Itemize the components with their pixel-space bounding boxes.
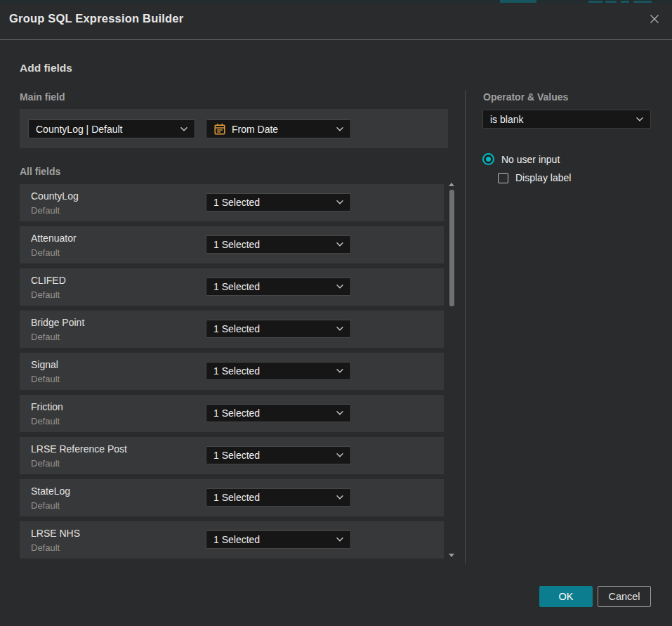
all-fields-label: All fields [20,166,60,177]
background-fragment [588,1,602,3]
field-name: Bridge Point [31,317,84,328]
scrollbar-thumb[interactable] [449,190,454,306]
field-row: Bridge Point Default 1 Selected [20,311,444,348]
layer-select-dropdown[interactable]: CountyLog | Default [28,119,195,138]
background-fragment [633,1,652,3]
field-name: Attenuator [31,233,77,244]
add-fields-heading: Add fields [20,62,72,74]
field-subtitle: Default [31,374,60,384]
field-name: StateLog [31,485,70,497]
field-selection-dropdown[interactable]: 1 Selected [206,362,351,380]
cancel-button[interactable]: Cancel [598,586,651,607]
chevron-down-icon [336,411,343,415]
field-row: LRSE Reference Post Default 1 Selected [20,437,444,474]
chevron-down-icon [336,242,343,247]
chevron-down-icon [336,495,343,500]
chevron-down-icon [336,127,343,131]
chevron-down-icon [180,127,187,131]
radio-selected-icon [482,153,494,165]
field-subtitle: Default [31,289,60,300]
field-subtitle: Default [31,416,60,426]
chevron-down-icon [336,537,343,542]
scrollbar-up-arrow[interactable] [449,183,454,186]
chevron-down-icon [336,369,343,373]
field-select-dropdown[interactable]: From Date [206,119,351,138]
chevron-down-icon [336,285,343,289]
selection-value: 1 Selected [213,534,260,545]
field-name: Friction [31,401,63,412]
chevron-down-icon [636,117,643,122]
field-row: Signal Default 1 Selected [20,353,444,390]
group-sql-expression-builder-dialog: Group SQL Expression Builder Add fields … [0,0,672,626]
field-name: CLIFED [31,275,66,286]
field-name: CountyLog [31,190,79,202]
field-row: Friction Default 1 Selected [20,395,444,432]
field-name: LRSE NHS [31,528,80,539]
chevron-down-icon [336,453,343,457]
field-selection-dropdown[interactable]: 1 Selected [206,320,351,338]
chevron-down-icon [336,327,343,331]
field-row: Attenuator Default 1 Selected [20,226,444,263]
operator-select-value: is blank [490,114,523,125]
field-selection-dropdown[interactable]: 1 Selected [206,446,351,464]
field-row: CLIFED Default 1 Selected [20,268,444,306]
selection-value: 1 Selected [213,197,260,208]
no-user-input-label: No user input [501,154,560,165]
field-selection-dropdown[interactable]: 1 Selected [206,530,351,549]
field-select-value: From Date [232,124,278,135]
selection-value: 1 Selected [213,492,260,503]
field-row: LRSE NHS Default 1 Selected [20,521,444,559]
calendar-date-icon [213,123,226,136]
field-selection-dropdown[interactable]: 1 Selected [206,488,351,507]
field-row: StateLog Default 1 Selected [20,479,444,516]
close-icon [649,13,660,27]
field-selection-dropdown[interactable]: 1 Selected [206,193,351,211]
display-label-label: Display label [515,172,571,183]
no-user-input-radio[interactable]: No user input [482,153,560,165]
layer-select-value: CountyLog | Default [36,124,123,135]
operator-values-heading: Operator & Values [483,91,568,103]
background-fragment [500,0,536,3]
dialog-title: Group SQL Expression Builder [9,12,183,25]
field-selection-dropdown[interactable]: 1 Selected [206,404,351,422]
panel-divider [465,90,466,563]
field-name: Signal [31,359,58,370]
background-fragment [605,1,617,3]
selection-value: 1 Selected [213,281,260,292]
selection-value: 1 Selected [213,407,260,419]
field-name: LRSE Reference Post [31,443,127,455]
field-subtitle: Default [31,542,60,553]
checkbox-unchecked-icon [498,173,508,183]
chevron-down-icon [336,200,343,204]
field-subtitle: Default [31,500,60,511]
display-label-checkbox[interactable]: Display label [498,172,571,183]
field-selection-dropdown[interactable]: 1 Selected [206,235,351,254]
selection-value: 1 Selected [213,239,260,250]
operator-select-dropdown[interactable]: is blank [482,110,651,129]
field-subtitle: Default [31,205,60,216]
main-field-label: Main field [20,91,65,103]
selection-value: 1 Selected [213,450,260,461]
background-fragment [621,1,629,3]
field-subtitle: Default [31,458,60,469]
scrollbar-down-arrow[interactable] [449,554,454,557]
selection-value: 1 Selected [213,365,260,377]
field-subtitle: Default [31,247,60,258]
field-subtitle: Default [31,332,60,342]
field-row: CountyLog Default 1 Selected [20,184,444,221]
title-divider [0,39,672,40]
close-button[interactable] [644,10,665,31]
selection-value: 1 Selected [213,323,260,334]
ok-button[interactable]: OK [539,586,593,607]
all-fields-list: CountyLog Default 1 Selected Attenuator … [20,184,444,563]
field-selection-dropdown[interactable]: 1 Selected [206,278,351,296]
